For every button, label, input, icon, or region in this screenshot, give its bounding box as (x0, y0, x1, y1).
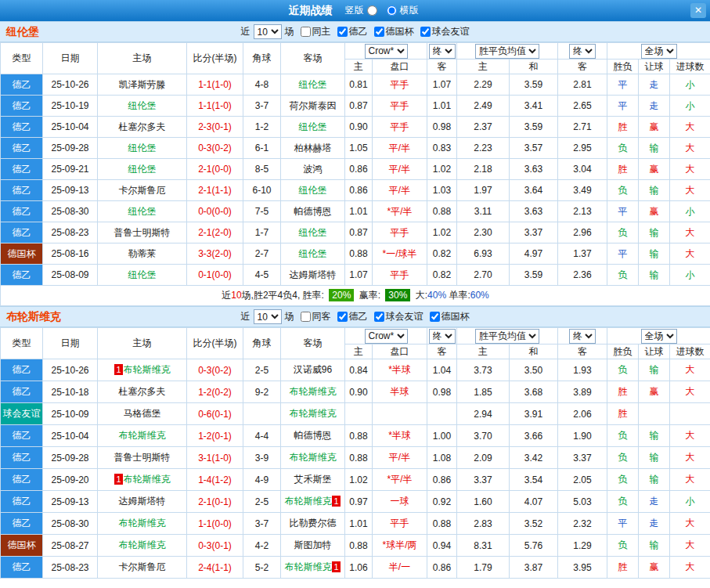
home-team: 马格德堡 (98, 403, 187, 425)
match-score: 0-3(0-2) (187, 138, 243, 159)
odds-home: 0.88 (345, 425, 373, 447)
match-row: 德乙25-08-23普鲁士明斯特2-1(2-0)1-7纽伦堡0.87平手1.02… (1, 222, 710, 243)
result-handicap: 输 (639, 535, 670, 557)
col-header-type: 类型 (1, 328, 43, 359)
league-badge: 德乙 (1, 557, 43, 579)
filter-checkbox-input-3[interactable] (420, 27, 431, 37)
match-score: 0-1(0-0) (187, 265, 243, 286)
match-date: 25-10-26 (43, 359, 98, 381)
match-date: 25-10-19 (43, 96, 98, 117)
odds-home (345, 403, 373, 425)
filter-checkbox-input-1[interactable] (337, 312, 348, 322)
match-row: 德乙25-10-19纽伦堡1-1(1-0)3-7荷尔斯泰因0.87平手1.012… (1, 96, 710, 117)
avg-draw: 3.63 (510, 159, 558, 180)
home-team: 1布轮斯维克 (98, 359, 187, 381)
odds-company-select[interactable]: Crow* (365, 44, 408, 59)
filter-checkbox-input-0[interactable] (301, 27, 311, 37)
odds-handicap: 平/半 (373, 159, 427, 180)
avg-final-select[interactable]: 终 (569, 329, 596, 344)
layout-option-vertical[interactable]: 竖版 (345, 4, 379, 17)
match-count-select[interactable]: 10 (254, 309, 282, 324)
layout-horizontal-radio[interactable] (387, 5, 397, 16)
odds-away: 1.01 (427, 96, 457, 117)
corner-score: 4-2 (243, 535, 281, 557)
team-label: 布轮斯维克 (290, 408, 337, 419)
match-date: 25-09-20 (43, 469, 98, 491)
away-team: 纽伦堡 (281, 180, 345, 201)
odds-final-select-cell: 终 (427, 43, 457, 60)
filter-checkbox-input-2[interactable] (374, 312, 384, 322)
match-date: 25-09-28 (43, 447, 98, 469)
sub-header: 主 (457, 345, 510, 359)
league-badge: 德乙 (1, 513, 43, 535)
filter-checkbox-0[interactable]: 同客 (301, 310, 331, 323)
avg-home: 2.23 (457, 138, 510, 159)
filter-checkbox-input-2[interactable] (374, 27, 384, 37)
scope-select[interactable]: 全场 (641, 44, 677, 59)
home-team: 卡尔斯鲁厄 (98, 180, 187, 201)
avg-home: 2.37 (457, 117, 510, 138)
corner-score: 6-1 (243, 138, 281, 159)
filter-checkbox-input-0[interactable] (301, 312, 311, 322)
league-badge: 德乙 (1, 425, 43, 447)
odds-home: 0.90 (345, 117, 373, 138)
match-row: 德乙25-10-18杜塞尔多夫1-2(0-2)9-2布轮斯维克0.90半球0.9… (1, 381, 710, 403)
result-outcome: 胜 (607, 381, 639, 403)
odds-company-select[interactable]: Crow* (365, 329, 408, 344)
filter-near-label: 近 (241, 310, 250, 323)
corner-score: 1-2 (243, 117, 281, 138)
close-icon[interactable]: ✕ (690, 3, 706, 18)
corner-score: 5-2 (243, 557, 281, 579)
team-label: 斯图加特 (294, 539, 332, 550)
match-score: 2-1(0-0) (187, 159, 243, 180)
home-team: 杜塞尔多夫 (98, 117, 187, 138)
result-outcome: 平 (607, 201, 639, 222)
summary-row: 近10场,胜2平4负4, 胜率: 20% 赢率: 30% 大:40% 单率:60… (1, 286, 710, 306)
filter-checkbox-label: 德国杯 (441, 310, 470, 323)
filter-checkbox-0[interactable]: 同主 (301, 25, 331, 38)
odds-final-select[interactable]: 终 (429, 329, 456, 344)
avg-home: 3.70 (457, 425, 510, 447)
result-handicap: 输 (639, 138, 670, 159)
result-goals (670, 403, 710, 425)
avg-select[interactable]: 胜平负均值 (475, 329, 539, 344)
filter-checkbox-input-3[interactable] (430, 312, 440, 322)
avg-draw: 3.59 (510, 265, 558, 286)
filter-checkbox-3[interactable]: 德国杯 (430, 310, 470, 323)
team-label: 纽伦堡 (299, 248, 327, 259)
scope-select[interactable]: 全场 (641, 329, 677, 344)
away-team: 艾禾斯堡 (281, 469, 345, 491)
avg-home: 1.60 (457, 491, 510, 513)
avg-away: 2.65 (558, 96, 607, 117)
match-date: 25-08-30 (43, 513, 98, 535)
layout-option-horizontal[interactable]: 横版 (385, 4, 419, 17)
match-count-select[interactable]: 10 (254, 24, 282, 39)
filter-checkbox-2[interactable]: 德国杯 (374, 25, 414, 38)
filter-checkbox-2[interactable]: 球会友谊 (374, 310, 423, 323)
odds-final-select[interactable]: 终 (429, 44, 456, 59)
odds-away: 1.02 (427, 222, 457, 243)
league-badge: 德乙 (1, 491, 43, 513)
corner-score: 7-5 (243, 201, 281, 222)
summary-part: 大: (413, 290, 427, 301)
avg-draw: 3.57 (510, 138, 558, 159)
match-score: 0-6(0-1) (187, 403, 243, 425)
col-header-away: 客场 (281, 328, 345, 359)
avg-select[interactable]: 胜平负均值 (475, 44, 539, 59)
filter-checkbox-input-1[interactable] (337, 27, 348, 37)
filter-checkbox-1[interactable]: 德乙 (337, 310, 368, 323)
layout-vertical-radio[interactable] (367, 5, 377, 16)
sub-header: 和 (510, 345, 558, 359)
sub-header: 主 (457, 60, 510, 74)
away-team: 波鸿 (281, 159, 345, 180)
avg-draw: 3.59 (510, 74, 558, 96)
away-team: 纽伦堡 (281, 117, 345, 138)
avg-draw: 3.59 (510, 117, 558, 138)
avg-away: 3.37 (558, 447, 607, 469)
filter-checkbox-3[interactable]: 球会友谊 (420, 25, 470, 38)
odds-away: 0.82 (427, 243, 457, 265)
odds-handicap: 平/半 (373, 138, 427, 159)
team-label: 纽伦堡 (299, 79, 327, 90)
filter-checkbox-1[interactable]: 德乙 (337, 25, 368, 38)
avg-final-select[interactable]: 终 (569, 44, 596, 59)
